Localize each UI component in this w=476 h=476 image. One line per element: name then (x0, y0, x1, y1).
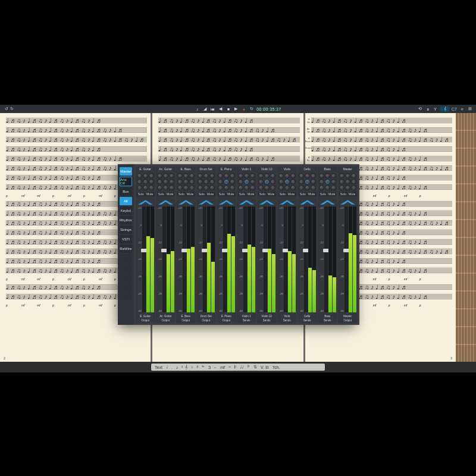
channel-knob[interactable] (339, 185, 345, 190)
mixer-tab-bus[interactable]: Bus (120, 187, 132, 196)
solo-button[interactable]: Solo (339, 192, 347, 196)
channel-knob[interactable] (244, 173, 249, 178)
channel-knob[interactable] (218, 173, 223, 178)
channel-knob[interactable] (290, 185, 296, 190)
channel-knob[interactable] (258, 173, 264, 178)
mixer-group-rhythm[interactable]: Rhythm (120, 216, 132, 224)
loop-marker-icon[interactable]: ⟲ (417, 107, 422, 112)
volume-fader[interactable] (304, 206, 308, 312)
channel-knob[interactable] (157, 173, 162, 178)
mute-button[interactable]: Mute (206, 192, 215, 196)
pan-control[interactable] (339, 198, 356, 205)
channel-knob[interactable] (230, 185, 235, 190)
volume-fader[interactable] (142, 206, 146, 312)
pan-control[interactable] (299, 198, 316, 205)
channel-knob[interactable] (331, 173, 336, 178)
channel-knob[interactable] (244, 179, 249, 184)
channel-knob[interactable] (218, 185, 223, 190)
channel-knob[interactable] (244, 185, 249, 190)
channel-knob[interactable] (331, 179, 336, 184)
channel-knob[interactable] (149, 173, 154, 178)
palette-item[interactable]: ♩♩ (240, 365, 243, 369)
play-icon[interactable]: ▶ (233, 107, 239, 112)
mixer-aria-toggle[interactable]: Aria Off (120, 177, 132, 186)
mixer-group-vsti[interactable]: VSTi (120, 235, 132, 243)
channel-knob[interactable] (278, 173, 284, 178)
channel-knob[interactable] (137, 185, 142, 190)
palette-item[interactable]: ♯ (196, 365, 198, 369)
palette-item[interactable]: 𝄆 (234, 365, 236, 369)
palette-item[interactable]: . (171, 365, 173, 369)
channel-knob[interactable] (169, 173, 174, 178)
volume-fader[interactable] (345, 206, 348, 312)
channel-knob[interactable] (264, 173, 270, 178)
channel-knob[interactable] (198, 173, 203, 178)
palette-item[interactable]: Tch. (273, 365, 280, 369)
channel-knob[interactable] (250, 185, 255, 190)
pan-control[interactable] (238, 198, 255, 205)
notation-palette[interactable]: Text♩.♪𝄽𝄞♭♯𝆮3⏑mf𝄐𝄆♩♩𝄢⇅V. IIITch. (151, 364, 325, 371)
mute-button[interactable]: Mute (227, 192, 235, 196)
mixer-window[interactable]: Master Aria Off Bus All Keybd Rhythm Str… (118, 164, 356, 325)
channel-knob[interactable] (319, 179, 324, 184)
mute-button[interactable]: Mute (328, 192, 336, 196)
chart-icon[interactable]: ◢ (202, 107, 208, 112)
volume-fader[interactable] (264, 206, 267, 312)
palette-item[interactable]: 𝆮 (202, 365, 205, 369)
channel-knob[interactable] (163, 179, 168, 184)
channel-knob[interactable] (319, 173, 324, 178)
channel-knob[interactable] (169, 179, 174, 184)
palette-item[interactable]: ⇅ (253, 365, 257, 369)
solo-button[interactable]: Solo (258, 192, 267, 196)
channel-knob[interactable] (278, 185, 284, 190)
solo-button[interactable]: Solo (198, 192, 206, 196)
channel-knob[interactable] (270, 185, 275, 190)
solo-button[interactable]: Solo (238, 192, 246, 196)
mixer-empty-slot-4[interactable] (120, 283, 132, 291)
channel-knob[interactable] (305, 179, 310, 184)
pan-control[interactable] (258, 198, 275, 205)
bars-111-icon[interactable]: ııı (425, 107, 430, 112)
palette-item[interactable]: 3 (208, 365, 211, 369)
channel-knob[interactable] (230, 173, 235, 178)
palette-item[interactable]: 𝄢 (247, 365, 250, 369)
palette-item[interactable]: ⏑ (214, 365, 217, 369)
channel-knob[interactable] (351, 173, 356, 178)
solo-button[interactable]: Solo (299, 192, 307, 196)
channel-knob[interactable] (278, 179, 284, 184)
channel-knob[interactable] (183, 185, 189, 190)
tuning-fork-icon[interactable]: Y (433, 107, 438, 112)
volume-fader[interactable] (203, 206, 206, 312)
channel-knob[interactable] (137, 173, 142, 178)
mixer-tab-all[interactable]: All (120, 197, 132, 205)
channel-knob[interactable] (299, 179, 304, 184)
channel-knob[interactable] (169, 185, 174, 190)
channel-knob[interactable] (325, 179, 330, 184)
channel-knob[interactable] (331, 185, 336, 190)
mixer-group-strings[interactable]: Strings (120, 226, 132, 234)
palette-item[interactable]: ♭ (191, 365, 193, 369)
mute-button[interactable]: Mute (267, 192, 275, 196)
channel-knob[interactable] (209, 173, 215, 178)
volume-fader[interactable] (284, 206, 287, 312)
channel-knob[interactable] (238, 179, 243, 184)
mute-button[interactable]: Mute (348, 192, 356, 196)
channel-knob[interactable] (339, 179, 345, 184)
channel-knob[interactable] (305, 185, 310, 190)
channel-knob[interactable] (325, 185, 330, 190)
channel-knob[interactable] (238, 185, 243, 190)
channel-knob[interactable] (264, 185, 270, 190)
solo-button[interactable]: Solo (319, 192, 327, 196)
mixer-empty-slot-3[interactable] (120, 273, 132, 281)
channel-knob[interactable] (325, 173, 330, 178)
rewind-icon[interactable]: ⏮ (210, 107, 215, 112)
palette-item[interactable]: Text (155, 365, 162, 369)
channel-knob[interactable] (177, 173, 183, 178)
channel-knob[interactable] (189, 185, 195, 190)
mixer-group-keybd[interactable]: Keybd (120, 206, 132, 215)
mute-button[interactable]: Mute (166, 192, 174, 196)
channel-knob[interactable] (345, 179, 350, 184)
channel-knob[interactable] (305, 173, 310, 178)
palette-item[interactable]: ♪ (176, 365, 178, 369)
channel-knob[interactable] (198, 179, 203, 184)
